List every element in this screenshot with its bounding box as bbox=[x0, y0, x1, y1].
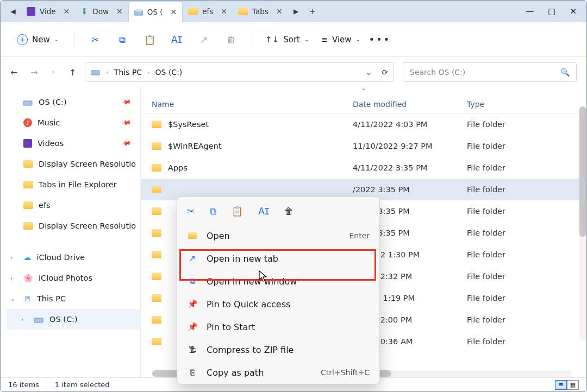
ctx-open-new-window[interactable]: ⧉ Open in new window bbox=[177, 270, 379, 293]
refresh-button[interactable]: ⟳ bbox=[382, 68, 388, 77]
view-icon: ≡ bbox=[321, 35, 328, 45]
close-icon[interactable]: ✕ bbox=[276, 7, 283, 16]
forward-button[interactable]: → bbox=[30, 67, 38, 78]
delete-button[interactable]: 🗑 bbox=[219, 28, 243, 52]
row-date: 4/11/2022 4:03 PM bbox=[353, 120, 467, 129]
expand-icon[interactable]: › bbox=[10, 254, 13, 261]
search-input[interactable]: Search OS (C:) 🔍 bbox=[403, 62, 577, 82]
recent-button[interactable]: ⌄ bbox=[51, 67, 56, 78]
dropdown-button[interactable]: ⌄ bbox=[366, 68, 372, 77]
navigation-pane: OS (C:)📌 ♪ Music📌 Videos📌 Display Screen… bbox=[1, 87, 141, 377]
chevron-down-icon: ⌄ bbox=[304, 36, 309, 42]
copy-button[interactable]: ⧉ bbox=[210, 206, 216, 217]
column-type[interactable]: Type bbox=[467, 100, 586, 109]
ctx-open-new-tab[interactable]: ↗ Open in new tab bbox=[177, 247, 379, 270]
thumbnails-view-button[interactable]: ▦ bbox=[567, 380, 579, 390]
sidebar-item-music[interactable]: ♪ Music📌 bbox=[7, 112, 140, 133]
tab-efs[interactable]: efs ✕ bbox=[183, 2, 233, 21]
paste-button[interactable]: 📋 bbox=[138, 28, 161, 52]
close-icon[interactable]: ✕ bbox=[64, 7, 70, 16]
column-date[interactable]: Date modified bbox=[353, 100, 467, 109]
column-chevron-icon[interactable]: ⌃ bbox=[141, 87, 586, 95]
navigation-row: ← → ⌄ ↑ › This PC › OS (C:) ⌄ ⟳ Search O… bbox=[1, 57, 586, 87]
sidebar-item-videos[interactable]: Videos📌 bbox=[7, 133, 140, 154]
tab-downloads[interactable]: ⬇ Dow ✕ bbox=[75, 2, 128, 21]
expand-icon[interactable]: › bbox=[21, 316, 23, 323]
close-icon[interactable]: ✕ bbox=[116, 7, 123, 16]
ctx-copy-path[interactable]: ⎘ Copy as path Ctrl+Shift+C bbox=[177, 361, 379, 384]
folder-icon bbox=[152, 121, 161, 128]
tab-scroll-right[interactable]: ▶ bbox=[288, 8, 304, 15]
close-button[interactable]: ✕ bbox=[570, 7, 577, 16]
address-bar[interactable]: › This PC › OS (C:) ⌄ ⟳ bbox=[85, 62, 394, 82]
new-window-icon: ⧉ bbox=[187, 276, 198, 286]
sidebar-item-tabs-explorer[interactable]: Tabs in File Explorer bbox=[7, 174, 140, 195]
view-button[interactable]: ≡ View ⌄ bbox=[316, 35, 365, 45]
delete-button[interactable]: 🗑 bbox=[284, 206, 294, 217]
music-icon: ♪ bbox=[23, 118, 32, 127]
sidebar-item-display-screen[interactable]: Display Screen Resolutio bbox=[7, 154, 140, 174]
expand-icon[interactable]: › bbox=[10, 275, 13, 282]
details-view-button[interactable]: ≡ bbox=[555, 380, 567, 390]
sidebar-item-efs[interactable]: efs bbox=[7, 195, 140, 216]
vertical-scrollbar[interactable] bbox=[579, 106, 586, 340]
copy-button[interactable]: ⧉ bbox=[110, 28, 134, 52]
breadcrumb[interactable]: OS (C:) bbox=[155, 68, 183, 77]
ctx-pin-quick-access[interactable]: 📌 Pin to Quick access bbox=[177, 293, 379, 315]
sidebar-item-this-pc[interactable]: ⌄ 🖥 This PC bbox=[7, 288, 140, 309]
rename-button[interactable]: Aⵊ bbox=[258, 206, 269, 217]
table-row[interactable]: $WinREAgent11/10/2022 9:27 PMFile folder bbox=[141, 135, 586, 157]
folder-icon bbox=[152, 229, 161, 237]
cut-button[interactable]: ✂ bbox=[83, 28, 107, 52]
table-row[interactable]: $SysReset4/11/2022 4:03 PMFile folder bbox=[141, 113, 586, 135]
sidebar-item-icloud-drive[interactable]: › ☁ iCloud Drive bbox=[7, 247, 140, 268]
chevron-right-icon[interactable]: › bbox=[147, 69, 149, 76]
folder-icon bbox=[188, 8, 198, 15]
rename-button[interactable]: Aⵊ bbox=[165, 28, 189, 52]
tab-os-c[interactable]: OS ( ✕ bbox=[128, 2, 183, 22]
close-icon[interactable]: ✕ bbox=[221, 7, 227, 16]
new-tab-button[interactable]: ＋ bbox=[304, 5, 321, 17]
new-button[interactable]: + New ⌄ bbox=[10, 31, 65, 48]
chevron-right-icon[interactable]: › bbox=[106, 69, 108, 76]
cut-button[interactable]: ✂ bbox=[187, 206, 195, 217]
ctx-pin-start[interactable]: 📌 Pin to Start bbox=[177, 315, 379, 338]
row-type: File folder bbox=[467, 272, 586, 281]
context-menu: ✂ ⧉ 📋 Aⵊ 🗑 Open Enter ↗ Open in new tab … bbox=[177, 197, 380, 384]
row-type: File folder bbox=[467, 163, 586, 172]
row-type: File folder bbox=[467, 250, 586, 259]
sidebar-item-os-c-nested[interactable]: › OS (C:) bbox=[7, 309, 140, 330]
sidebar-item-display-screen-2[interactable]: Display Screen Resolutio bbox=[7, 216, 140, 236]
close-icon[interactable]: ✕ bbox=[171, 8, 177, 16]
pin-icon: 📌 bbox=[121, 117, 132, 128]
search-icon: 🔍 bbox=[560, 68, 570, 77]
up-button[interactable]: ↑ bbox=[69, 67, 76, 78]
row-type: File folder bbox=[467, 294, 586, 302]
table-row[interactable]: Apps4/11/2022 3:35 PMFile folder bbox=[141, 157, 586, 179]
share-button[interactable]: ↗ bbox=[192, 28, 216, 52]
maximize-button[interactable]: ▢ bbox=[548, 7, 555, 16]
tab-label: Dow bbox=[92, 7, 109, 16]
tab-scroll-left[interactable]: ◀ bbox=[5, 8, 21, 15]
ctx-open[interactable]: Open Enter bbox=[177, 224, 379, 247]
ctx-compress-zip[interactable]: 🗜 Compress to ZIP file bbox=[177, 338, 379, 361]
row-name: Apps bbox=[168, 163, 188, 172]
collapse-icon[interactable]: ⌄ bbox=[10, 295, 15, 302]
row-type: File folder bbox=[467, 315, 586, 324]
sort-icon: ↑↓ bbox=[265, 35, 279, 45]
sort-button[interactable]: ↑↓ Sort ⌄ bbox=[261, 35, 313, 45]
tab-videos[interactable]: Vide ✕ bbox=[21, 2, 75, 21]
tab-label: efs bbox=[202, 7, 213, 16]
disk-icon bbox=[23, 98, 33, 106]
column-name[interactable]: Name bbox=[152, 100, 353, 109]
minimize-button[interactable]: — bbox=[526, 7, 534, 16]
paste-button[interactable]: 📋 bbox=[232, 206, 243, 217]
folder-icon bbox=[23, 201, 33, 209]
folder-icon bbox=[23, 160, 33, 168]
sidebar-item-os-c[interactable]: OS (C:)📌 bbox=[7, 92, 140, 112]
tab-tabs[interactable]: Tabs ✕ bbox=[233, 2, 288, 21]
back-button[interactable]: ← bbox=[10, 67, 17, 78]
breadcrumb[interactable]: This PC bbox=[114, 68, 142, 77]
sidebar-item-icloud-photos[interactable]: › 🌸 iCloud Photos bbox=[7, 268, 140, 288]
more-button[interactable]: ••• bbox=[368, 28, 392, 52]
